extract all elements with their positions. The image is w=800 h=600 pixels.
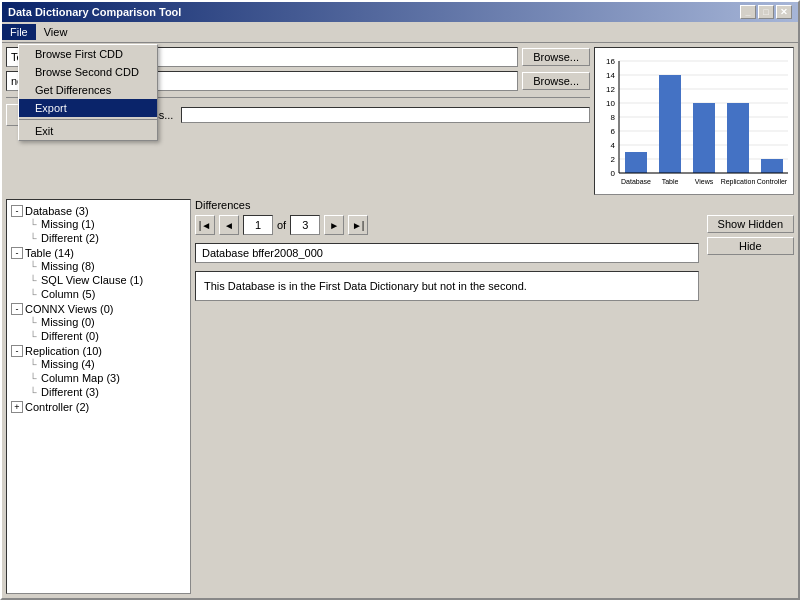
tree-dash2: └	[27, 233, 39, 244]
svg-text:10: 10	[606, 99, 615, 108]
svg-rect-20	[659, 75, 681, 173]
menu-bar: File View Browse First CDD Browse Second…	[2, 22, 798, 43]
tree-expand-database[interactable]: -	[11, 205, 23, 217]
window-title: Data Dictionary Comparison Tool	[8, 6, 181, 18]
svg-rect-22	[693, 103, 715, 173]
menu-browse-second[interactable]: Browse Second CDD	[19, 63, 157, 81]
browse-first-button[interactable]: Browse...	[522, 48, 590, 66]
tree-child-connx-different[interactable]: └ Different (0)	[27, 329, 186, 343]
tree-child-tbl-column[interactable]: └ Column (5)	[27, 287, 186, 301]
tree-child-rep-colmap[interactable]: └ Column Map (3)	[27, 371, 186, 385]
nav-prev-button[interactable]: ◄	[219, 215, 239, 235]
menu-get-differences[interactable]: Get Differences	[19, 81, 157, 99]
svg-text:0: 0	[611, 169, 616, 178]
tree-label-connx: CONNX Views (0)	[25, 303, 113, 315]
svg-text:Views: Views	[695, 178, 714, 185]
tree-item-connx[interactable]: - CONNX Views (0) └ Missing (0) └ Differ…	[11, 302, 186, 344]
nav-next-button[interactable]: ►	[324, 215, 344, 235]
svg-rect-26	[761, 159, 783, 173]
menu-browse-first[interactable]: Browse First CDD	[19, 45, 157, 63]
menu-export[interactable]: Export	[19, 99, 157, 117]
svg-text:8: 8	[611, 113, 616, 122]
tree-label-database: Database (3)	[25, 205, 89, 217]
nav-last-button[interactable]: ►|	[348, 215, 368, 235]
browse-second-button[interactable]: Browse...	[522, 72, 590, 90]
svg-text:Table: Table	[662, 178, 679, 185]
main-window: Data Dictionary Comparison Tool _ □ ✕ Fi…	[0, 0, 800, 600]
show-hidden-button[interactable]: Show Hidden	[707, 215, 794, 233]
svg-text:12: 12	[606, 85, 615, 94]
tree-label-table: Table (14)	[25, 247, 74, 259]
file-menu[interactable]: File	[2, 24, 36, 40]
tree-children-table: └ Missing (8) └ SQL View Clause (1) └ Co…	[27, 259, 186, 301]
tree-expand-table[interactable]: -	[11, 247, 23, 259]
bottom-section: - Database (3) └ Missing (1) └ Different…	[6, 199, 794, 594]
tree-expand-connx[interactable]: -	[11, 303, 23, 315]
tree-child-db-different[interactable]: └ Different (2)	[27, 231, 186, 245]
diff-title-input	[195, 243, 699, 263]
tree-item-controller[interactable]: + Controller (2)	[11, 400, 186, 414]
view-menu[interactable]: View	[36, 24, 76, 40]
close-button[interactable]: ✕	[776, 5, 792, 19]
tree-expand-replication[interactable]: -	[11, 345, 23, 357]
tree-children-database: └ Missing (1) └ Different (2)	[27, 217, 186, 245]
tree-child-tbl-missing[interactable]: └ Missing (8)	[27, 259, 186, 273]
bar-chart: 16 14 12 10 8 6 4 2 0	[603, 56, 788, 186]
svg-text:14: 14	[606, 71, 615, 80]
maximize-button[interactable]: □	[758, 5, 774, 19]
tree-item-database[interactable]: - Database (3) └ Missing (1) └ Different…	[11, 204, 186, 246]
nav-total-input	[290, 215, 320, 235]
diff-header: Differences	[195, 199, 794, 211]
tree-children-connx: └ Missing (0) └ Different (0)	[27, 315, 186, 343]
title-bar: Data Dictionary Comparison Tool _ □ ✕	[2, 2, 798, 22]
svg-rect-24	[727, 103, 749, 173]
nav-of-label: of	[277, 219, 286, 231]
title-bar-buttons: _ □ ✕	[740, 5, 792, 19]
svg-text:16: 16	[606, 57, 615, 66]
diff-title-row	[195, 243, 699, 263]
menu-exit[interactable]: Exit	[19, 122, 157, 140]
nav-first-button[interactable]: |◄	[195, 215, 215, 235]
tree-item-table[interactable]: - Table (14) └ Missing (8) └ SQL View Cl…	[11, 246, 186, 302]
menu-separator	[19, 119, 157, 120]
diff-content-area: |◄ ◄ of ► ►| This Database is in	[195, 215, 699, 301]
nav-current-input[interactable]	[243, 215, 273, 235]
diff-main-row: |◄ ◄ of ► ►| This Database is in	[195, 215, 794, 301]
chart-area: 16 14 12 10 8 6 4 2 0	[594, 47, 794, 195]
tree-child-connx-missing[interactable]: └ Missing (0)	[27, 315, 186, 329]
file-dropdown: Browse First CDD Browse Second CDD Get D…	[18, 44, 158, 141]
tree-child-db-missing[interactable]: └ Missing (1)	[27, 217, 186, 231]
diff-content-text: This Database is in the First Data Dicti…	[204, 280, 527, 292]
diff-panel: Differences |◄ ◄ of ► ►|	[195, 199, 794, 594]
diff-nav: |◄ ◄ of ► ►|	[195, 215, 699, 235]
diff-buttons: Show Hidden Hide	[707, 215, 794, 255]
svg-text:Database: Database	[621, 178, 651, 185]
diff-content-box: This Database is in the First Data Dicti…	[195, 271, 699, 301]
svg-text:Replication: Replication	[721, 178, 756, 186]
tree-children-replication: └ Missing (4) └ Column Map (3) └ Differe…	[27, 357, 186, 399]
tree-item-replication[interactable]: - Replication (10) └ Missing (4) └ Colum…	[11, 344, 186, 400]
tree-panel: - Database (3) └ Missing (1) └ Different…	[6, 199, 191, 594]
tree-child-rep-different[interactable]: └ Different (3)	[27, 385, 186, 399]
svg-text:2: 2	[611, 155, 616, 164]
svg-rect-18	[625, 152, 647, 173]
hide-button[interactable]: Hide	[707, 237, 794, 255]
tree-label-replication: Replication (10)	[25, 345, 102, 357]
minimize-button[interactable]: _	[740, 5, 756, 19]
tree-dash: └	[27, 219, 39, 230]
svg-text:4: 4	[611, 141, 616, 150]
tree-expand-controller[interactable]: +	[11, 401, 23, 413]
tree-child-rep-missing[interactable]: └ Missing (4)	[27, 357, 186, 371]
progress-bar	[181, 107, 590, 123]
tree-label-controller: Controller (2)	[25, 401, 89, 413]
svg-text:Controller: Controller	[757, 178, 788, 185]
tree-child-tbl-sqlview[interactable]: └ SQL View Clause (1)	[27, 273, 186, 287]
svg-text:6: 6	[611, 127, 616, 136]
